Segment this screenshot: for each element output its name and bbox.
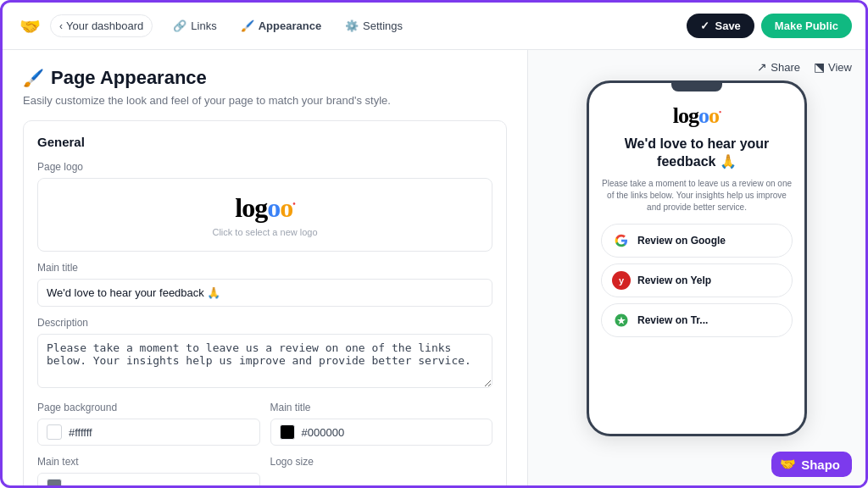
nav-item-links[interactable]: 🔗 Links	[163, 15, 226, 36]
bottom-labels-row: Main text Logo size	[37, 456, 492, 488]
description-textarea[interactable]: Please take a moment to leave us a revie…	[37, 334, 492, 388]
logo-dot: •	[292, 199, 295, 208]
save-button[interactable]: ✓ Save	[687, 14, 754, 38]
main-title-input[interactable]	[37, 279, 492, 307]
color-row: Page background #ffffff Main title #0000…	[37, 402, 492, 446]
shapo-badge: 🤝 Shapo	[771, 452, 852, 477]
main-title-color-input[interactable]: #000000	[270, 419, 493, 446]
section-title: General	[37, 135, 492, 149]
general-section: General Page logo logoo• Click to select…	[23, 120, 507, 488]
settings-icon: ⚙️	[345, 19, 359, 32]
description-group: Description Please take a moment to leav…	[37, 317, 492, 391]
share-link[interactable]: ↗ Share	[757, 60, 800, 74]
nav-actions: ✓ Save Make Public	[687, 14, 852, 38]
logo-size-group: Logo size	[270, 456, 493, 488]
google-icon	[612, 231, 631, 250]
phone-content: logoo• We'd love to hear your feedback 🙏…	[589, 92, 804, 434]
logo-emoji: 🤝	[19, 16, 41, 36]
yelp-label: Review on Yelp	[637, 274, 711, 286]
right-panel: ↗ Share ⬔ View logoo• We'd love to hear …	[528, 50, 865, 488]
dashboard-button[interactable]: ‹ Your dashboard	[50, 14, 153, 37]
left-panel: 🖌️ Page Appearance Easily customize the …	[3, 50, 528, 488]
main-text-label: Main text	[37, 456, 260, 468]
dashboard-label: Your dashboard	[66, 19, 143, 32]
page-subtitle: Easily customize the look and feel of yo…	[23, 94, 507, 107]
brand-logo: 🤝	[16, 13, 43, 40]
phone-logo: logoo•	[673, 103, 721, 129]
logo-o-yellow: o	[280, 192, 292, 223]
bg-label: Page background	[37, 402, 260, 413]
logo-size-label: Logo size	[270, 456, 493, 468]
tripadvisor-icon	[612, 311, 631, 330]
review-trip-btn[interactable]: Review on Tr...	[601, 303, 793, 337]
link-icon: 🔗	[173, 19, 186, 32]
main-text-group: Main text	[37, 456, 260, 488]
logo-display: logoo•	[52, 192, 478, 224]
view-label: View	[828, 61, 852, 74]
bg-color-input[interactable]: #ffffff	[37, 419, 260, 446]
review-google-btn[interactable]: Review on Google	[601, 224, 793, 258]
logo-group: Page logo logoo• Click to select a new l…	[37, 161, 492, 252]
logo-upload-box[interactable]: logoo• Click to select a new logo	[37, 178, 492, 252]
logo-click-hint: Click to select a new logo	[52, 227, 478, 237]
review-yelp-btn[interactable]: y Review on Yelp	[601, 263, 793, 297]
view-icon: ⬔	[814, 60, 825, 74]
make-public-label: Make Public	[775, 19, 838, 32]
phone-desc: Please take a moment to leave us a revie…	[601, 178, 793, 214]
logo-o-blue: o	[267, 192, 280, 223]
description-label: Description	[37, 317, 492, 329]
yelp-icon: y	[612, 271, 631, 290]
main-title-color-group: Main title #000000	[270, 402, 493, 446]
save-icon: ✓	[700, 19, 709, 32]
page-title-row: 🖌️ Page Appearance	[23, 67, 507, 89]
shapo-label: Shapo	[801, 458, 840, 472]
phone-logo-o-yellow: o	[709, 103, 719, 128]
page-appearance-icon: 🖌️	[23, 68, 44, 88]
logo-label: Page logo	[37, 161, 492, 173]
trip-label: Review on Tr...	[637, 314, 708, 326]
settings-label: Settings	[363, 19, 403, 32]
share-label: Share	[771, 61, 800, 74]
google-label: Review on Google	[637, 235, 726, 247]
main-title-color-value: #000000	[302, 426, 345, 439]
appearance-icon: 🖌️	[241, 19, 254, 32]
share-icon: ↗	[757, 60, 767, 74]
main-title-color-label: Main title	[270, 402, 493, 413]
nav-item-appearance[interactable]: 🖌️ Appearance	[231, 15, 331, 36]
main-title-group: Main title	[37, 262, 492, 307]
bg-color-swatch	[47, 424, 62, 440]
bg-color-value: #ffffff	[69, 426, 92, 439]
main-text-color-input[interactable]	[37, 473, 260, 488]
save-label: Save	[715, 19, 740, 32]
bg-color-group: Page background #ffffff	[37, 402, 260, 446]
main-title-color-swatch	[280, 424, 295, 440]
appearance-label: Appearance	[259, 19, 321, 32]
make-public-button[interactable]: Make Public	[761, 14, 852, 38]
links-label: Links	[191, 19, 216, 32]
phone-logo-dot: •	[719, 108, 721, 116]
main-title-label: Main title	[37, 262, 492, 274]
topnav: 🤝 ‹ Your dashboard 🔗 Links 🖌️ Appearance…	[3, 3, 865, 50]
main-layout: 🖌️ Page Appearance Easily customize the …	[3, 50, 865, 488]
page-title: Page Appearance	[51, 67, 207, 89]
phone-mockup: logoo• We'd love to hear your feedback 🙏…	[587, 80, 807, 436]
chevron-left-icon: ‹	[59, 20, 63, 32]
phone-logo-o-blue: o	[698, 103, 709, 128]
nav-item-settings[interactable]: ⚙️ Settings	[335, 15, 413, 36]
nav-links: 🔗 Links 🖌️ Appearance ⚙️ Settings	[163, 15, 413, 36]
main-text-color-swatch	[47, 479, 62, 488]
shapo-emoji: 🤝	[780, 457, 796, 472]
view-link[interactable]: ⬔ View	[814, 60, 852, 74]
right-top-actions: ↗ Share ⬔ View	[757, 60, 852, 74]
phone-notch	[671, 83, 722, 92]
phone-heading: We'd love to hear your feedback 🙏	[601, 136, 793, 171]
